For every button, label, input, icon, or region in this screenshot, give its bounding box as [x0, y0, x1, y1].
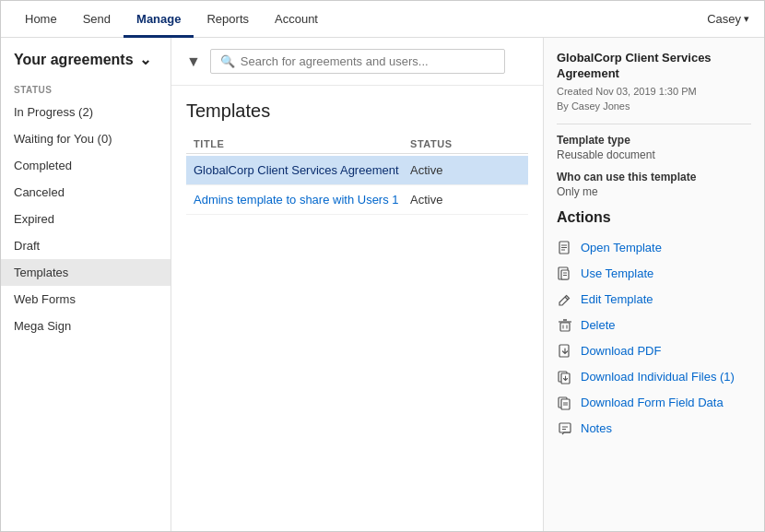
- search-input[interactable]: [241, 54, 495, 68]
- main-content: ▼ 🔍 Templates TITLE STATUS GlobalCorp Cl…: [171, 38, 543, 531]
- nav-reports[interactable]: Reports: [194, 2, 262, 38]
- action-open-template[interactable]: Open Template: [557, 235, 751, 261]
- use-template-icon: [557, 266, 573, 282]
- delete-icon: [557, 317, 573, 334]
- open-template-icon: [557, 240, 573, 256]
- nav-items: Home Send Manage Reports Account: [12, 1, 331, 37]
- action-download-pdf[interactable]: Download PDF: [557, 338, 751, 364]
- sidebar-item-canceled[interactable]: Canceled: [1, 179, 171, 206]
- download-pdf-icon: [557, 343, 573, 360]
- who-can-use-label: Who can use this template: [557, 171, 751, 183]
- chevron-down-icon: ⌄: [139, 51, 151, 68]
- row-title: Admins template to share with Users 1: [194, 193, 410, 207]
- action-delete[interactable]: Delete: [557, 313, 751, 338]
- template-type-value: Reusable document: [557, 148, 751, 161]
- who-can-use-value: Only me: [557, 185, 751, 198]
- table-area: Templates TITLE STATUS GlobalCorp Client…: [171, 86, 543, 531]
- template-type-label: Template type: [557, 134, 751, 147]
- actions-title: Actions: [557, 209, 751, 226]
- sidebar-item-mega-sign[interactable]: Mega Sign: [1, 313, 171, 339]
- status-section-label: STATUS: [1, 77, 171, 99]
- nav-send[interactable]: Send: [70, 2, 124, 38]
- download-form-data-icon: [557, 395, 573, 411]
- search-box[interactable]: 🔍: [210, 49, 505, 74]
- sidebar-item-completed[interactable]: Completed: [1, 152, 171, 179]
- notes-icon: [557, 420, 573, 437]
- chevron-down-icon: ▾: [744, 13, 749, 25]
- sidebar-item-in-progress[interactable]: In Progress (2): [1, 99, 171, 125]
- left-sidebar: Your agreements ⌄ STATUS In Progress (2)…: [1, 38, 171, 531]
- panel-meta: Created Nov 03, 2019 1:30 PM By Casey Jo…: [557, 84, 751, 114]
- edit-template-icon: [557, 291, 573, 308]
- user-area: Casey ▾: [707, 1, 753, 37]
- action-download-files[interactable]: Download Individual Files (1): [557, 364, 751, 390]
- col-title-header: TITLE: [194, 138, 410, 149]
- row-status: Active: [410, 193, 521, 207]
- sidebar-item-waiting[interactable]: Waiting for You (0): [1, 125, 171, 152]
- sidebar-item-expired[interactable]: Expired: [1, 206, 171, 232]
- main-header: ▼ 🔍: [171, 38, 543, 86]
- action-use-template[interactable]: Use Template: [557, 261, 751, 287]
- search-icon: 🔍: [220, 54, 235, 68]
- svg-rect-21: [559, 423, 571, 432]
- table-header: TITLE STATUS: [186, 135, 528, 154]
- your-agreements-heading[interactable]: Your agreements ⌄: [1, 38, 171, 77]
- content-area: Your agreements ⌄ STATUS In Progress (2)…: [1, 38, 764, 531]
- filter-icon[interactable]: ▼: [186, 53, 201, 70]
- table-title: Templates: [186, 100, 528, 122]
- nav-manage[interactable]: Manage: [124, 2, 194, 38]
- top-nav: Home Send Manage Reports Account Casey ▾: [1, 1, 764, 38]
- table-row[interactable]: GlobalCorp Client Services Agreement Act…: [186, 156, 528, 185]
- col-status-header: STATUS: [410, 138, 521, 149]
- download-files-icon: [557, 369, 573, 385]
- row-status: Active: [410, 163, 521, 177]
- action-notes[interactable]: Notes: [557, 416, 751, 442]
- panel-divider: [557, 124, 751, 124]
- sidebar-item-templates[interactable]: Templates: [1, 259, 171, 286]
- nav-account[interactable]: Account: [262, 2, 331, 38]
- right-panel: GlobalCorp Client Services Agreement Cre…: [543, 38, 764, 531]
- table-row[interactable]: Admins template to share with Users 1 Ac…: [186, 185, 528, 215]
- sidebar-item-draft[interactable]: Draft: [1, 232, 171, 259]
- app-window: Home Send Manage Reports Account Casey ▾: [0, 0, 765, 532]
- row-title: GlobalCorp Client Services Agreement: [194, 163, 410, 177]
- svg-line-8: [565, 297, 568, 300]
- panel-agreement-title: GlobalCorp Client Services Agreement: [557, 51, 751, 82]
- action-edit-template[interactable]: Edit Template: [557, 287, 751, 313]
- user-menu[interactable]: Casey ▾: [707, 12, 749, 26]
- action-download-form-data[interactable]: Download Form Field Data: [557, 390, 751, 416]
- nav-home[interactable]: Home: [12, 2, 70, 38]
- svg-rect-9: [560, 323, 570, 331]
- sidebar-item-web-forms[interactable]: Web Forms: [1, 286, 171, 313]
